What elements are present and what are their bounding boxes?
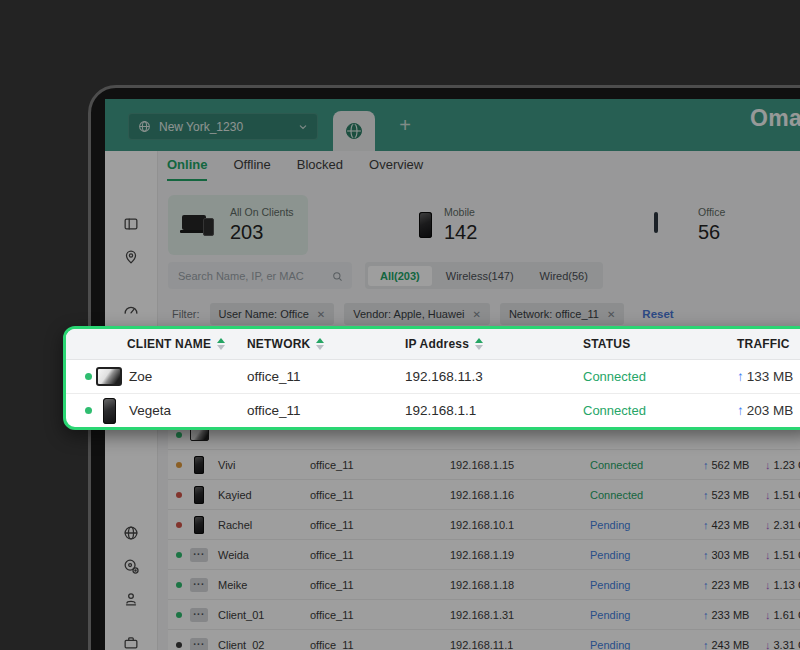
column-header-ip-address[interactable]: IP Address bbox=[405, 337, 583, 351]
segment-wired56[interactable]: Wired(56) bbox=[528, 266, 600, 286]
filter-chip[interactable]: Network: office_11✕ bbox=[500, 303, 624, 325]
stat-all-on-clients: All On Clients203 bbox=[168, 195, 308, 255]
traffic-down-value: 1.61 GB bbox=[774, 609, 800, 621]
column-header-traffic: TRAFFIC bbox=[737, 337, 800, 351]
globe-icon[interactable] bbox=[122, 524, 140, 542]
close-icon[interactable]: ✕ bbox=[472, 309, 480, 320]
arrow-up-icon: ↑ bbox=[703, 609, 709, 621]
close-icon[interactable]: ✕ bbox=[317, 309, 325, 320]
status-cell: Pending bbox=[590, 579, 703, 591]
ip-cell: 192.168.1.31 bbox=[450, 609, 590, 621]
stat-value: 203 bbox=[230, 221, 294, 244]
column-header-client-name[interactable]: CLIENT NAME bbox=[66, 337, 247, 351]
arrow-down-icon: ↓ bbox=[765, 519, 771, 531]
client-name: Weida bbox=[218, 549, 249, 561]
column-header-label: NETWORK bbox=[247, 337, 310, 351]
filter-chip[interactable]: User Name: Office✕ bbox=[210, 303, 335, 325]
search-input[interactable] bbox=[176, 269, 331, 283]
stat-text: Office56 bbox=[698, 206, 725, 244]
site-selector-label: New York_1230 bbox=[159, 120, 290, 134]
table-row[interactable]: Racheloffice_11192.168.10.1Pending↑423 M… bbox=[168, 510, 800, 540]
stat-value: 142 bbox=[444, 221, 477, 244]
search-icon bbox=[331, 269, 344, 282]
globe-icon bbox=[137, 119, 152, 134]
ip-cell: 192.168.1.15 bbox=[450, 459, 590, 471]
status-cell: Connected bbox=[590, 489, 703, 501]
devices-icon bbox=[182, 213, 218, 237]
table-row[interactable]: ···Meikeoffice_11192.168.1.18Pending↑223… bbox=[168, 570, 800, 600]
status-dot bbox=[85, 373, 92, 380]
client-name: Zoe bbox=[129, 369, 152, 384]
tab-online[interactable]: Online bbox=[167, 157, 207, 181]
status-cell: Pending bbox=[590, 549, 703, 561]
network-cell: office_11 bbox=[310, 489, 450, 501]
traffic-up-cell: ↑223 MB bbox=[703, 579, 765, 591]
table-row[interactable]: Vegetaoffice_11192.168.1.1Connected↑203 … bbox=[66, 394, 800, 427]
page-background: New York_1230 + Omada by tp-link On bbox=[0, 0, 800, 650]
segment-all203[interactable]: All(203) bbox=[368, 266, 432, 286]
client-name: Client_01 bbox=[218, 609, 264, 621]
column-header-network[interactable]: NETWORK bbox=[247, 337, 405, 351]
status-dot bbox=[176, 642, 182, 648]
filter-chip[interactable]: Vendor: Apple, Huawei✕ bbox=[344, 303, 490, 325]
network-cell: office_11 bbox=[310, 459, 450, 471]
tab-overview[interactable]: Overview bbox=[369, 157, 423, 181]
arrow-up-icon: ↑ bbox=[703, 549, 709, 561]
account-icon[interactable] bbox=[122, 590, 140, 608]
top-bar: New York_1230 + Omada by tp-link bbox=[105, 99, 800, 151]
client-cell: Kayied bbox=[168, 486, 310, 504]
traffic-up-cell: ↑523 MB bbox=[703, 489, 765, 501]
omada-logo: Omada by tp-link bbox=[750, 107, 800, 139]
traffic-up-cell: ↑423 MB bbox=[703, 519, 765, 531]
filter-label: Filter: bbox=[172, 308, 200, 320]
arrow-up-icon: ↑ bbox=[703, 489, 709, 501]
connection-type-segments: All(203)Wireless(147)Wired(56) bbox=[365, 262, 603, 289]
unknown-device-icon: ··· bbox=[189, 548, 209, 562]
active-site-tab[interactable] bbox=[333, 111, 375, 151]
close-icon[interactable]: ✕ bbox=[607, 309, 615, 320]
stat-label: Office bbox=[698, 206, 725, 218]
sort-icon[interactable] bbox=[475, 338, 483, 350]
arrow-up-icon: ↑ bbox=[703, 519, 709, 531]
arrow-down-icon: ↓ bbox=[765, 609, 771, 621]
traffic-up-cell: ↑233 MB bbox=[703, 609, 765, 621]
location-pin-icon[interactable] bbox=[122, 248, 140, 266]
table-row[interactable]: ···Client_01office_11192.168.1.31Pending… bbox=[168, 600, 800, 630]
status-dot bbox=[176, 522, 182, 528]
table-row[interactable]: Kayiedoffice_11192.168.1.16Connected↑523… bbox=[168, 480, 800, 510]
client-name: Kayied bbox=[218, 489, 252, 501]
column-header-label: STATUS bbox=[583, 337, 630, 351]
add-site-tab-button[interactable]: + bbox=[393, 113, 417, 137]
client-name: Vegeta bbox=[129, 403, 171, 418]
network-cell: office_11 bbox=[247, 403, 405, 418]
table-row[interactable]: ···Client_02office_11192.168.11.1Pending… bbox=[168, 630, 800, 650]
table-row[interactable]: Vivioffice_11192.168.1.15Connected↑562 M… bbox=[168, 450, 800, 480]
highlighted-clients-callout: CLIENT NAMENETWORKIP AddressSTATUSTRAFFI… bbox=[63, 326, 800, 430]
gauge-icon[interactable] bbox=[122, 301, 140, 319]
ip-cell: 192.168.1.18 bbox=[450, 579, 590, 591]
layout-icon[interactable] bbox=[122, 215, 140, 233]
segment-wireless147[interactable]: Wireless(147) bbox=[434, 266, 526, 286]
sort-icon[interactable] bbox=[316, 338, 324, 350]
traffic-down-cell: ↓1.13 GB bbox=[765, 579, 800, 591]
stat-label: Mobile bbox=[444, 206, 477, 218]
table-row[interactable]: Zoeoffice_11192.168.11.3Connected↑133 MB bbox=[66, 360, 800, 394]
traffic-down-value: 1.51 GB bbox=[774, 549, 800, 561]
tab-offline[interactable]: Offline bbox=[233, 157, 270, 181]
site-selector[interactable]: New York_1230 bbox=[128, 113, 318, 140]
traffic-down-cell: ↓2.31 GB bbox=[765, 519, 800, 531]
toolbox-icon[interactable] bbox=[122, 634, 140, 650]
sort-icon[interactable] bbox=[217, 338, 225, 350]
hotspot-icon[interactable] bbox=[122, 557, 140, 575]
tab-blocked[interactable]: Blocked bbox=[297, 157, 343, 181]
traffic-up-value: 223 MB bbox=[712, 579, 750, 591]
traffic-down-value: 1.13 GB bbox=[774, 579, 800, 591]
reset-filters-link[interactable]: Reset bbox=[642, 308, 673, 320]
ip-cell: 192.168.11.3 bbox=[405, 369, 583, 384]
phone-device-icon bbox=[189, 516, 209, 534]
stat-label: All On Clients bbox=[230, 206, 294, 218]
table-row[interactable]: ···Weidaoffice_11192.168.1.19Pending↑303… bbox=[168, 540, 800, 570]
network-cell: office_11 bbox=[310, 639, 450, 650]
traffic-up-value: 243 MB bbox=[712, 639, 750, 650]
traffic-down-cell: ↓3.31 GB bbox=[765, 639, 800, 650]
